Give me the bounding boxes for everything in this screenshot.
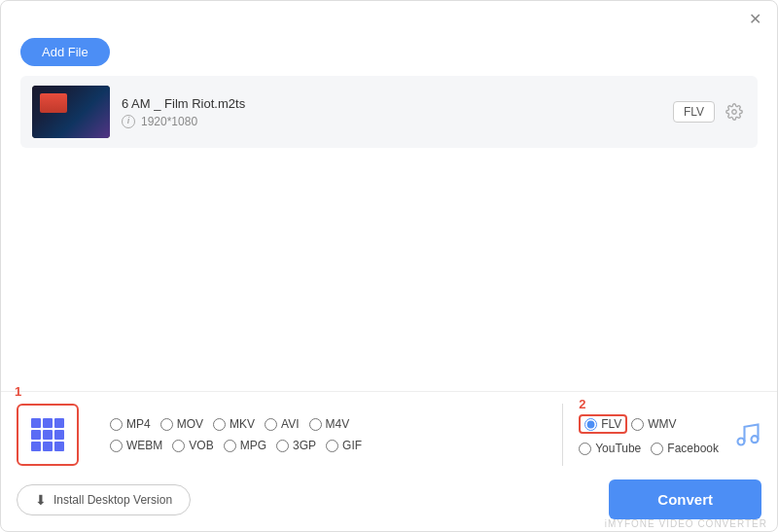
svg-point-1	[738, 439, 745, 445]
mp4-label: MP4	[126, 417, 151, 431]
install-desktop-button[interactable]: ⬇ Install Desktop Version	[17, 484, 191, 515]
radio-3gp[interactable]: 3GP	[276, 439, 316, 452]
close-button[interactable]: ✕	[746, 11, 763, 28]
radio-webm[interactable]: WEBM	[110, 439, 162, 452]
format-row-1: MP4 MOV MKV AVI	[110, 417, 556, 431]
bottom-actions: ⬇ Install Desktop Version Convert	[17, 479, 761, 519]
file-item: 6 AM _ Film Riot.m2ts i 1920*1080 FLV	[20, 76, 758, 148]
svg-point-2	[752, 436, 759, 443]
step2-label: 2	[579, 397, 585, 411]
file-name: 6 AM _ Film Riot.m2ts	[122, 96, 661, 111]
format-icon-box[interactable]	[17, 404, 79, 466]
video-icon	[31, 418, 64, 451]
radio-mpg[interactable]: MPG	[224, 439, 266, 452]
toolbar: Add File	[1, 32, 777, 76]
format-row-right-1: FLV WMV	[579, 414, 725, 434]
convert-button[interactable]: Convert	[609, 479, 761, 519]
bottom-panel: 1	[1, 391, 777, 531]
webm-label: WEBM	[126, 439, 162, 452]
mov-label: MOV	[177, 417, 203, 431]
radio-facebook[interactable]: Facebook	[651, 442, 719, 455]
mpg-label: MPG	[240, 439, 266, 452]
watermark: iMYFONE VIDEO CONVERTER	[605, 518, 767, 529]
3gp-label: 3GP	[293, 439, 316, 452]
radio-vob[interactable]: VOB	[172, 439, 213, 452]
wmv-label: WMV	[648, 417, 676, 431]
file-list: 6 AM _ Film Riot.m2ts i 1920*1080 FLV	[1, 76, 777, 391]
format-radio-groups-right: FLV WMV YouTube	[579, 414, 725, 455]
radio-mp4[interactable]: MP4	[110, 417, 151, 431]
download-icon: ⬇	[35, 492, 47, 508]
radio-youtube[interactable]: YouTube	[579, 442, 641, 455]
vob-label: VOB	[189, 439, 213, 452]
step1-label: 1	[15, 384, 21, 399]
m4v-label: M4V	[326, 417, 350, 431]
avi-label: AVI	[281, 417, 299, 431]
file-resolution: 1920*1080	[141, 115, 197, 128]
app-window: ✕ Add File 6 AM _ Film Riot.m2ts i 1920*…	[0, 0, 778, 532]
radio-gif[interactable]: GIF	[326, 439, 362, 452]
facebook-label: Facebook	[667, 442, 719, 455]
flv-label: FLV	[601, 417, 621, 431]
add-file-button[interactable]: Add File	[20, 38, 110, 66]
file-actions: FLV	[673, 100, 746, 124]
youtube-label: YouTube	[595, 442, 641, 455]
file-meta: i 1920*1080	[122, 115, 661, 128]
svg-point-0	[732, 110, 737, 115]
settings-button[interactable]	[723, 100, 746, 124]
radio-mkv[interactable]: MKV	[213, 417, 255, 431]
radio-avi[interactable]: AVI	[265, 417, 299, 431]
format-row-right-2: YouTube Facebook	[579, 442, 725, 455]
format-radio-groups-left: MP4 MOV MKV AVI	[110, 417, 556, 452]
radio-flv[interactable]: FLV	[584, 417, 621, 431]
radio-m4v[interactable]: M4V	[309, 417, 350, 431]
title-bar: ✕	[1, 1, 777, 32]
format-badge[interactable]: FLV	[673, 101, 715, 123]
file-info: 6 AM _ Film Riot.m2ts i 1920*1080	[122, 96, 661, 128]
format-row-2: WEBM VOB MPG 3GP	[110, 439, 556, 452]
music-icon[interactable]	[734, 421, 761, 448]
gif-label: GIF	[342, 439, 362, 452]
install-label: Install Desktop Version	[53, 493, 172, 507]
file-thumbnail	[32, 86, 110, 138]
mkv-label: MKV	[230, 417, 255, 431]
radio-wmv[interactable]: WMV	[631, 417, 676, 431]
format-section-divider	[562, 404, 563, 466]
info-icon: i	[122, 115, 135, 128]
radio-mov[interactable]: MOV	[160, 417, 203, 431]
